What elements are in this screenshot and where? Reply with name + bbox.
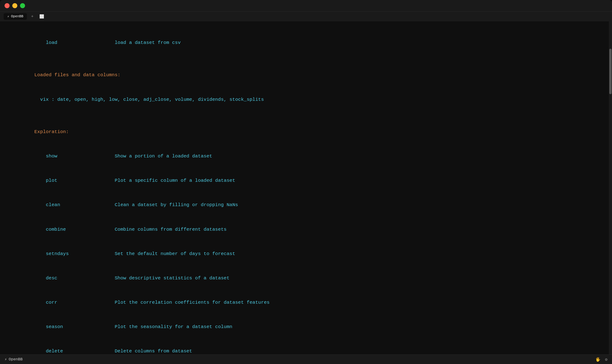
cmd-desc-desc: Show descriptive statistics of a dataset: [115, 275, 230, 281]
hand-icon: 🖐: [595, 357, 600, 362]
cmd-delete: delete Delete columns from dataset: [11, 339, 598, 354]
tab-arrange-button[interactable]: ⬜: [39, 14, 44, 19]
cmd-combine-spacer: [66, 227, 115, 232]
cmd-season: season Plot the seasonality for a datase…: [11, 315, 598, 339]
cmd-plot: plot Plot a specific column of a loaded …: [11, 169, 598, 193]
window: ⚡ OpenBB + ⬜ load load a dataset from cs…: [0, 0, 612, 364]
minimize-button[interactable]: [12, 3, 17, 8]
close-button[interactable]: [5, 3, 10, 8]
status-left: ⚡ OpenBB: [5, 357, 23, 362]
loaded-header-text: Loaded files and data columns:: [34, 72, 121, 78]
cmd-clean-name: clean: [34, 202, 60, 208]
gear-icon[interactable]: ⚙: [605, 357, 607, 362]
cmd-corr: corr Plot the correlation coefficients f…: [11, 290, 598, 315]
tab-openbb[interactable]: ⚡ OpenBB: [4, 13, 27, 20]
titlebar: [0, 0, 612, 11]
cmd-show-name: show: [34, 154, 57, 159]
cmd-show: show Show a portion of a loaded dataset: [11, 144, 598, 169]
cmd-setndays-name: setndays: [34, 251, 69, 256]
cmd-corr-name: corr: [34, 300, 57, 305]
status-bar: ⚡ OpenBB 🖐 ⚙: [0, 354, 612, 364]
cmd-clean: clean Clean a dataset by filling or drop…: [11, 193, 598, 217]
new-tab-button[interactable]: +: [29, 13, 36, 20]
cmd-setndays-spacer: [69, 251, 115, 256]
cmd-clean-desc: Clean a dataset by filling or dropping N…: [115, 202, 238, 208]
cmd-corr-desc: Plot the correlation coefficients for da…: [115, 300, 270, 305]
exploration-header-text: Exploration:: [34, 129, 69, 134]
cmd-clean-spacer: [60, 202, 115, 208]
maximize-button[interactable]: [20, 3, 25, 8]
scrollbar[interactable]: [609, 21, 612, 354]
cmd-setndays-desc: Set the default number of days to foreca…: [115, 251, 235, 256]
loaded-data-line: vix : date, open, high, low, close, adj_…: [11, 87, 598, 112]
cmd-plot-spacer: [57, 178, 115, 183]
cmd-setndays: setndays Set the default number of days …: [11, 242, 598, 266]
cmd-combine-name: combine: [34, 227, 66, 232]
cmd-plot-desc: Plot a specific column of a loaded datas…: [115, 178, 235, 183]
exploration-header: Exploration:: [11, 120, 598, 144]
load-command: load load a dataset from csv: [34, 40, 181, 45]
terminal[interactable]: load load a dataset from csv Loaded file…: [0, 21, 609, 354]
content-area: load load a dataset from csv Loaded file…: [0, 21, 612, 354]
cmd-season-name: season: [34, 324, 63, 329]
spacer-2: [11, 112, 598, 120]
cmd-delete-name: delete: [34, 349, 63, 354]
cmd-combine-desc: Combine columns from different datasets: [115, 227, 227, 232]
cmd-desc-name: desc: [34, 275, 57, 281]
loaded-header: Loaded files and data columns:: [11, 63, 598, 87]
status-app-name: OpenBB: [9, 357, 23, 362]
scrollbar-thumb[interactable]: [609, 49, 612, 94]
tab-label: OpenBB: [11, 14, 23, 18]
cmd-show-desc: Show a portion of a loaded dataset: [115, 154, 212, 159]
tab-bar: ⚡ OpenBB + ⬜: [0, 11, 612, 21]
cmd-desc: desc Show descriptive statistics of a da…: [11, 266, 598, 290]
spacer-1: [11, 55, 598, 63]
cmd-combine: combine Combine columns from different d…: [11, 217, 598, 242]
cmd-season-spacer: [63, 324, 115, 329]
cmd-desc-spacer: [57, 275, 115, 281]
cmd-plot-name: plot: [34, 178, 57, 183]
tab-icon: ⚡: [7, 14, 9, 18]
cmd-show-spacer: [57, 154, 115, 159]
cmd-season-desc: Plot the seasonality for a dataset colum…: [115, 324, 232, 329]
status-right: 🖐 ⚙: [595, 357, 607, 362]
prompt-icon: ⚡: [5, 357, 7, 362]
cmd-corr-spacer: [57, 300, 115, 305]
cmd-delete-spacer: [63, 349, 115, 354]
loaded-data-text: vix : date, open, high, low, close, adj_…: [34, 97, 264, 102]
cmd-delete-desc: Delete columns from dataset: [115, 349, 192, 354]
load-line: load load a dataset from csv: [11, 30, 598, 55]
